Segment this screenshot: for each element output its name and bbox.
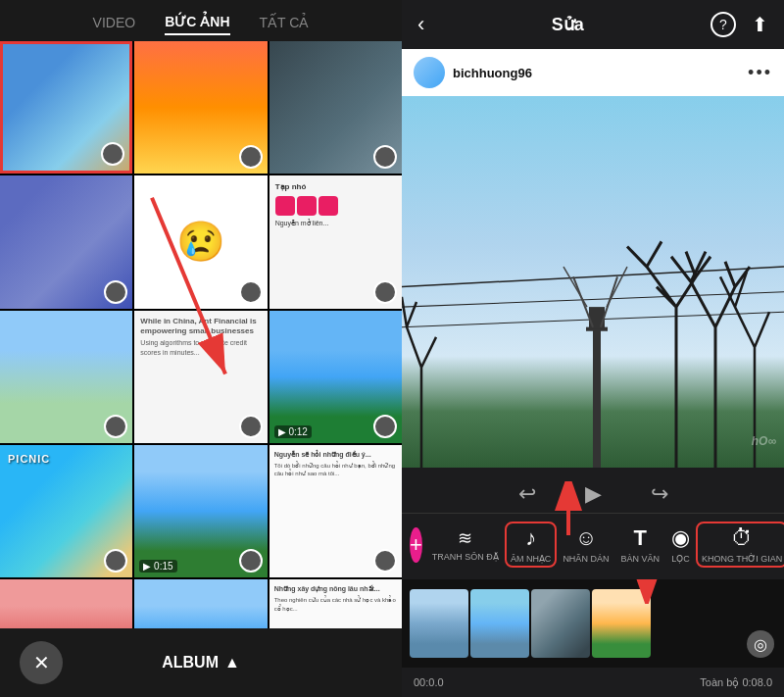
undo-redo-bar: ↩ ▶ ↪ (402, 475, 784, 513)
post-more-icon[interactable]: ••• (748, 63, 772, 83)
bottom-status: 00:0.0 Toàn bộ 0:08.0 (402, 668, 784, 697)
play-button[interactable]: ▶ (565, 481, 621, 507)
media-tabs: VIDEO BỨC ẢNH TẤT CẢ (0, 0, 402, 41)
post-image: hO∞ (402, 96, 784, 468)
clock-label: KHONG THỜI GIAN (702, 554, 782, 564)
right-panel: ‹ Sửa ? ⬆ bichhuong96 ••• (402, 0, 784, 697)
left-bottom-bar: ✕ ALBUM ▲ (0, 628, 402, 697)
play-overlay-9: ▶ 0:12 (274, 425, 312, 438)
undo-button[interactable]: ↩ (518, 481, 536, 507)
help-icon[interactable]: ? (710, 12, 736, 37)
photo-grid-wrapper: 😢 Tạp nhó Nguyễn mở liên... (0, 41, 402, 628)
grid-cell-14[interactable]: ▶ 0:10 (134, 579, 267, 628)
tool-text[interactable]: T BÀN VĂN (614, 522, 665, 568)
controls-area: ↩ ▶ ↪ + ≋ TRANH SÔN ĐẶ ♪ ÂM NHẠC ☺ NHÃN … (402, 468, 784, 579)
play-overlay-11: ▶ 0:15 (139, 560, 176, 573)
tool-clock[interactable]: ⏱ KHONG THỜI GIAN (696, 522, 784, 568)
photo-grid: 😢 Tạp nhó Nguyễn mở liên... (0, 41, 402, 628)
select-check-6 (373, 280, 397, 304)
select-check-7 (104, 415, 127, 438)
paint-label: TRANH SÔN ĐẶ (432, 552, 499, 562)
grid-cell-8[interactable]: While in China, Ant Financial is empower… (134, 311, 267, 443)
select-check-9 (373, 415, 397, 438)
tool-filter[interactable]: ◉ LỌC (665, 522, 696, 568)
select-check-11 (239, 549, 263, 573)
timeline-thumb-1 (410, 589, 468, 658)
grid-cell-10[interactable]: PICNIC (0, 445, 132, 577)
left-panel: VIDEO BỨC ẢNH TẤT CẢ 😢 (0, 0, 402, 697)
select-check-4 (104, 280, 127, 304)
svg-rect-7 (589, 307, 605, 329)
clock-icon: ⏱ (731, 525, 753, 551)
filter-icon: ◉ (671, 525, 690, 551)
grid-cell-3[interactable] (270, 41, 402, 174)
svg-rect-5 (593, 326, 601, 468)
timeline-thumb-3 (531, 589, 590, 658)
share-icon[interactable]: ⬆ (752, 13, 768, 36)
select-check-3 (373, 145, 397, 169)
grid-cell-12[interactable]: Nguyễn sẽ hỏi những điều ý... Tôi dò bởi… (270, 445, 402, 577)
grid-cell-4[interactable] (0, 175, 132, 308)
watermark: hO∞ (752, 434, 776, 448)
filter-label: LỌC (671, 554, 690, 564)
editor-title: Sửa (552, 14, 584, 35)
tab-tat-ca[interactable]: TẤT CẢ (260, 11, 310, 34)
grid-cell-15[interactable]: Những xây dựng nông lâu nhất... Theo ngh… (270, 579, 402, 628)
music-icon: ♪ (525, 525, 536, 551)
close-button[interactable]: ✕ (20, 641, 63, 684)
tool-paint[interactable]: ≋ TRANH SÔN ĐẶ (426, 523, 505, 566)
post-user: bichhuong96 (414, 57, 532, 88)
grid-cell-6[interactable]: Tạp nhó Nguyễn mở liên... (270, 175, 402, 308)
tab-video[interactable]: VIDEO (93, 11, 136, 34)
preview-area: bichhuong96 ••• (402, 49, 784, 468)
post-username: bichhuong96 (453, 66, 532, 80)
text-icon: T (633, 525, 646, 551)
grid-cell-5[interactable]: 😢 (134, 175, 267, 308)
select-check-2 (239, 145, 263, 169)
text-label: BÀN VĂN (620, 554, 660, 564)
sticker-icon: ☺ (575, 525, 597, 551)
music-label: ÂM NHẠC (511, 554, 552, 564)
timeline-end-icon: ◎ (747, 630, 774, 658)
time-total: Toàn bộ 0:08.0 (700, 676, 772, 689)
tab-buc-anh[interactable]: BỨC ẢNH (165, 10, 229, 35)
redo-button[interactable]: ↪ (651, 481, 668, 507)
grid-cell-11[interactable]: ▶ 0:15 (134, 445, 267, 577)
grid-cell-9[interactable]: ▶ 0:12 (270, 311, 402, 443)
select-check-10 (104, 549, 127, 573)
timeline-thumb-2 (470, 589, 529, 658)
add-button[interactable]: + (410, 527, 422, 563)
select-check-1 (101, 142, 124, 166)
header-icons: ? ⬆ (710, 12, 768, 37)
svg-line-11 (607, 267, 627, 307)
paint-icon: ≋ (458, 527, 472, 549)
post-header: bichhuong96 ••• (402, 49, 784, 96)
timeline-thumb-4 (592, 589, 651, 658)
select-check-8 (239, 415, 263, 438)
tool-bar: + ≋ TRANH SÔN ĐẶ ♪ ÂM NHẠC ☺ NHÃN DÁN T … (402, 513, 784, 572)
album-button[interactable]: ALBUM ▲ (162, 654, 240, 672)
grid-cell-13[interactable]: ▶ 0:08 (0, 579, 132, 628)
sticker-label: NHÃN DÁN (563, 554, 609, 564)
post-avatar (414, 57, 445, 88)
editor-header: ‹ Sửa ? ⬆ (402, 0, 784, 49)
tool-sticker[interactable]: ☺ NHÃN DÁN (557, 522, 614, 568)
grid-cell-7[interactable] (0, 311, 132, 443)
timeline-area[interactable]: ◎ (402, 579, 784, 668)
back-button[interactable]: ‹ (417, 12, 424, 37)
svg-line-2 (402, 267, 784, 287)
tool-music[interactable]: ♪ ÂM NHẠC (505, 522, 558, 568)
grid-cell-2[interactable] (134, 41, 267, 174)
select-check-12 (373, 549, 397, 573)
grid-cell-1[interactable] (0, 41, 132, 174)
time-current: 00:0.0 (414, 676, 444, 688)
select-check-5 (239, 280, 263, 304)
